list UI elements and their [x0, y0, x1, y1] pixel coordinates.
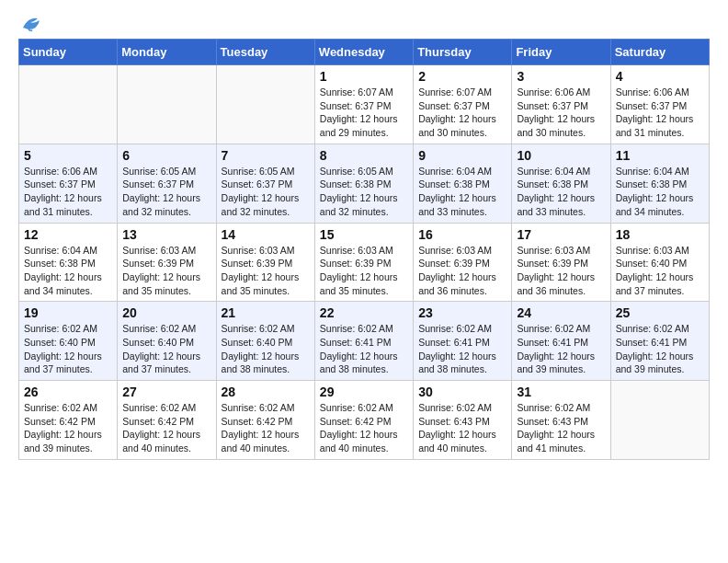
calendar-day-3: 3Sunrise: 6:06 AM Sunset: 6:37 PM Daylig… — [512, 65, 610, 144]
day-info: Sunrise: 6:07 AM Sunset: 6:37 PM Dayligh… — [320, 86, 408, 140]
calendar-header-row: SundayMondayTuesdayWednesdayThursdayFrid… — [19, 40, 710, 65]
weekday-header-sunday: Sunday — [19, 40, 118, 65]
day-number: 27 — [122, 385, 210, 399]
day-number: 5 — [24, 148, 112, 163]
day-info: Sunrise: 6:06 AM Sunset: 6:37 PM Dayligh… — [24, 165, 112, 219]
calendar-day-29: 29Sunrise: 6:02 AM Sunset: 6:42 PM Dayli… — [314, 381, 413, 460]
day-number: 15 — [320, 227, 408, 242]
calendar-day-17: 17Sunrise: 6:03 AM Sunset: 6:39 PM Dayli… — [512, 223, 610, 302]
day-info: Sunrise: 6:03 AM Sunset: 6:39 PM Dayligh… — [320, 244, 408, 298]
empty-day — [216, 65, 314, 144]
day-number: 10 — [517, 148, 605, 163]
day-number: 6 — [122, 148, 210, 163]
day-info: Sunrise: 6:05 AM Sunset: 6:38 PM Dayligh… — [320, 165, 408, 219]
day-info: Sunrise: 6:02 AM Sunset: 6:42 PM Dayligh… — [122, 401, 210, 455]
calendar-day-12: 12Sunrise: 6:04 AM Sunset: 6:38 PM Dayli… — [19, 223, 118, 302]
day-number: 25 — [616, 305, 704, 320]
calendar-week-row: 19Sunrise: 6:02 AM Sunset: 6:40 PM Dayli… — [19, 302, 710, 381]
day-number: 26 — [24, 385, 112, 399]
calendar-day-15: 15Sunrise: 6:03 AM Sunset: 6:39 PM Dayli… — [314, 223, 413, 302]
calendar-day-1: 1Sunrise: 6:07 AM Sunset: 6:37 PM Daylig… — [314, 65, 413, 144]
day-info: Sunrise: 6:02 AM Sunset: 6:42 PM Dayligh… — [24, 401, 112, 455]
day-info: Sunrise: 6:03 AM Sunset: 6:40 PM Dayligh… — [616, 244, 704, 298]
weekday-header-saturday: Saturday — [610, 40, 709, 65]
day-number: 1 — [320, 69, 408, 84]
day-info: Sunrise: 6:04 AM Sunset: 6:38 PM Dayligh… — [517, 165, 605, 219]
day-number: 9 — [418, 148, 506, 163]
day-info: Sunrise: 6:06 AM Sunset: 6:37 PM Dayligh… — [517, 86, 605, 140]
calendar-day-2: 2Sunrise: 6:07 AM Sunset: 6:37 PM Daylig… — [414, 65, 512, 144]
calendar-day-5: 5Sunrise: 6:06 AM Sunset: 6:37 PM Daylig… — [19, 144, 118, 223]
calendar-table: SundayMondayTuesdayWednesdayThursdayFrid… — [18, 39, 710, 460]
weekday-header-monday: Monday — [118, 40, 216, 65]
calendar-day-20: 20Sunrise: 6:02 AM Sunset: 6:40 PM Dayli… — [118, 302, 216, 381]
calendar-week-row: 1Sunrise: 6:07 AM Sunset: 6:37 PM Daylig… — [19, 65, 710, 144]
day-info: Sunrise: 6:02 AM Sunset: 6:42 PM Dayligh… — [222, 401, 310, 455]
weekday-header-wednesday: Wednesday — [314, 40, 413, 65]
day-number: 2 — [418, 69, 506, 84]
calendar-day-10: 10Sunrise: 6:04 AM Sunset: 6:38 PM Dayli… — [512, 144, 610, 223]
calendar-day-28: 28Sunrise: 6:02 AM Sunset: 6:42 PM Dayli… — [216, 381, 314, 460]
day-number: 3 — [517, 69, 605, 84]
empty-day — [19, 65, 118, 144]
calendar-day-9: 9Sunrise: 6:04 AM Sunset: 6:38 PM Daylig… — [414, 144, 512, 223]
day-number: 13 — [122, 227, 210, 242]
calendar-day-19: 19Sunrise: 6:02 AM Sunset: 6:40 PM Dayli… — [19, 302, 118, 381]
day-info: Sunrise: 6:04 AM Sunset: 6:38 PM Dayligh… — [418, 165, 506, 219]
day-number: 31 — [517, 385, 605, 399]
calendar-day-26: 26Sunrise: 6:02 AM Sunset: 6:42 PM Dayli… — [19, 381, 118, 460]
day-info: Sunrise: 6:02 AM Sunset: 6:40 PM Dayligh… — [24, 322, 112, 376]
calendar-week-row: 5Sunrise: 6:06 AM Sunset: 6:37 PM Daylig… — [19, 144, 710, 223]
day-info: Sunrise: 6:06 AM Sunset: 6:37 PM Dayligh… — [616, 86, 704, 140]
day-number: 16 — [418, 227, 506, 242]
day-number: 23 — [418, 305, 506, 320]
day-info: Sunrise: 6:02 AM Sunset: 6:41 PM Dayligh… — [616, 322, 704, 376]
calendar-day-16: 16Sunrise: 6:03 AM Sunset: 6:39 PM Dayli… — [414, 223, 512, 302]
page-header — [18, 15, 710, 31]
day-number: 7 — [222, 148, 310, 163]
day-number: 29 — [320, 385, 408, 399]
calendar-day-11: 11Sunrise: 6:04 AM Sunset: 6:38 PM Dayli… — [610, 144, 709, 223]
calendar-day-30: 30Sunrise: 6:02 AM Sunset: 6:43 PM Dayli… — [414, 381, 512, 460]
calendar-day-25: 25Sunrise: 6:02 AM Sunset: 6:41 PM Dayli… — [610, 302, 709, 381]
day-info: Sunrise: 6:05 AM Sunset: 6:37 PM Dayligh… — [122, 165, 210, 219]
day-info: Sunrise: 6:02 AM Sunset: 6:41 PM Dayligh… — [418, 322, 506, 376]
weekday-header-thursday: Thursday — [414, 40, 512, 65]
day-info: Sunrise: 6:02 AM Sunset: 6:40 PM Dayligh… — [222, 322, 310, 376]
day-info: Sunrise: 6:02 AM Sunset: 6:41 PM Dayligh… — [320, 322, 408, 376]
calendar-day-4: 4Sunrise: 6:06 AM Sunset: 6:37 PM Daylig… — [610, 65, 709, 144]
day-number: 24 — [517, 305, 605, 320]
calendar-week-row: 12Sunrise: 6:04 AM Sunset: 6:38 PM Dayli… — [19, 223, 710, 302]
day-number: 12 — [24, 227, 112, 242]
calendar-day-23: 23Sunrise: 6:02 AM Sunset: 6:41 PM Dayli… — [414, 302, 512, 381]
calendar-day-18: 18Sunrise: 6:03 AM Sunset: 6:40 PM Dayli… — [610, 223, 709, 302]
day-info: Sunrise: 6:02 AM Sunset: 6:40 PM Dayligh… — [122, 322, 210, 376]
calendar-day-27: 27Sunrise: 6:02 AM Sunset: 6:42 PM Dayli… — [118, 381, 216, 460]
calendar-week-row: 26Sunrise: 6:02 AM Sunset: 6:42 PM Dayli… — [19, 381, 710, 460]
day-number: 11 — [616, 148, 704, 163]
calendar-day-21: 21Sunrise: 6:02 AM Sunset: 6:40 PM Dayli… — [216, 302, 314, 381]
day-number: 18 — [616, 227, 704, 242]
page-container: SundayMondayTuesdayWednesdayThursdayFrid… — [0, 0, 728, 475]
calendar-day-7: 7Sunrise: 6:05 AM Sunset: 6:37 PM Daylig… — [216, 144, 314, 223]
day-info: Sunrise: 6:02 AM Sunset: 6:43 PM Dayligh… — [517, 401, 605, 455]
calendar-day-31: 31Sunrise: 6:02 AM Sunset: 6:43 PM Dayli… — [512, 381, 610, 460]
day-info: Sunrise: 6:05 AM Sunset: 6:37 PM Dayligh… — [222, 165, 310, 219]
calendar-day-13: 13Sunrise: 6:03 AM Sunset: 6:39 PM Dayli… — [118, 223, 216, 302]
weekday-header-tuesday: Tuesday — [216, 40, 314, 65]
empty-day — [118, 65, 216, 144]
day-info: Sunrise: 6:07 AM Sunset: 6:37 PM Dayligh… — [418, 86, 506, 140]
day-number: 28 — [222, 385, 310, 399]
weekday-header-friday: Friday — [512, 40, 610, 65]
day-info: Sunrise: 6:03 AM Sunset: 6:39 PM Dayligh… — [222, 244, 310, 298]
day-info: Sunrise: 6:04 AM Sunset: 6:38 PM Dayligh… — [24, 244, 112, 298]
day-info: Sunrise: 6:03 AM Sunset: 6:39 PM Dayligh… — [418, 244, 506, 298]
day-number: 22 — [320, 305, 408, 320]
day-info: Sunrise: 6:03 AM Sunset: 6:39 PM Dayligh… — [122, 244, 210, 298]
day-number: 17 — [517, 227, 605, 242]
day-info: Sunrise: 6:02 AM Sunset: 6:43 PM Dayligh… — [418, 401, 506, 455]
day-info: Sunrise: 6:02 AM Sunset: 6:41 PM Dayligh… — [517, 322, 605, 376]
day-number: 21 — [222, 305, 310, 320]
day-number: 14 — [222, 227, 310, 242]
day-number: 19 — [24, 305, 112, 320]
